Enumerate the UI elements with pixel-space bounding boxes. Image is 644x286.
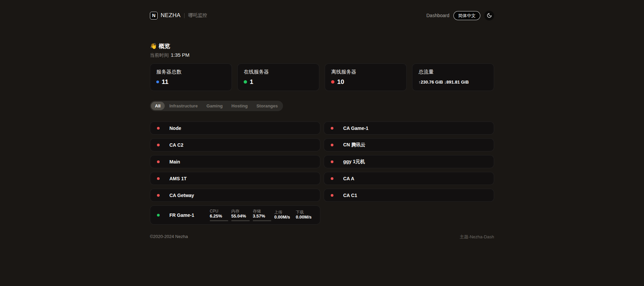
- status-dot: [157, 127, 160, 130]
- stat-card-label: 服务器总数: [156, 69, 226, 75]
- server-row-ca-c1[interactable]: CA C1: [324, 189, 494, 202]
- status-dot: [157, 177, 160, 180]
- nezha-logo-icon: N: [150, 12, 158, 19]
- theme-toggle-button[interactable]: [484, 11, 494, 20]
- server-row-ca-a[interactable]: CA A: [324, 172, 494, 185]
- storage-value: 3.57%: [253, 213, 271, 219]
- server-name: Node: [169, 126, 210, 131]
- header: N NEZHA 哪吒监控 Dashboard 简体中文: [150, 0, 494, 22]
- status-dot: [157, 160, 160, 163]
- moon-icon: [487, 13, 492, 18]
- stat-card-offline-servers[interactable]: 离线服务器 10: [325, 63, 407, 91]
- group-tabs: All Infrastructure Gaming Hosting Storan…: [150, 101, 283, 111]
- download-label: 下载: [296, 210, 314, 214]
- server-name: CA A: [343, 176, 384, 181]
- status-dot: [244, 80, 247, 84]
- server-name: ggy 1元机: [343, 159, 384, 165]
- server-name: CA C2: [169, 142, 210, 148]
- server-name: CA C1: [343, 193, 384, 198]
- time-label: 当前时间: [150, 52, 169, 58]
- tab-hosting[interactable]: Hosting: [228, 102, 252, 110]
- server-row-node[interactable]: Node: [150, 122, 320, 135]
- server-name: CA Getway: [169, 193, 210, 198]
- server-row-ca-game-1[interactable]: CA Game-1: [324, 122, 494, 135]
- brand-subtitle: 哪吒监控: [188, 12, 207, 18]
- server-stats: CPU 6.25% 内存 55.04% 存储 3.57% 上传 0.00M/s: [210, 209, 314, 221]
- download-value: 0.00M/s: [296, 214, 314, 220]
- brand[interactable]: N NEZHA 哪吒监控: [150, 12, 207, 19]
- time-value: 1:35 PM: [171, 52, 190, 58]
- stat-card-label: 总流量: [418, 69, 488, 75]
- theme-credit-text: 主题-Nezha-Dash: [459, 234, 494, 240]
- cpu-value: 6.25%: [210, 213, 228, 219]
- dashboard-link[interactable]: Dashboard: [427, 13, 450, 18]
- cpu-label: CPU: [210, 209, 228, 213]
- header-actions: Dashboard 简体中文: [427, 11, 494, 20]
- stat-card-label: 在线服务器: [244, 69, 313, 75]
- server-row-ggy[interactable]: ggy 1元机: [324, 155, 494, 168]
- cpu-stat: CPU 6.25%: [210, 209, 228, 221]
- storage-stat: 存储 3.57%: [253, 209, 271, 221]
- copyright-text: ©2020-2024 Nezha: [150, 234, 188, 240]
- status-dot: [331, 194, 333, 197]
- memory-label: 内存: [231, 209, 250, 213]
- stat-card-value: 1: [250, 78, 253, 86]
- status-dot: [157, 144, 160, 146]
- upload-stat: 上传 0.00M/s: [274, 210, 293, 220]
- stat-card-total-servers[interactable]: 服务器总数 11: [150, 63, 232, 91]
- overview-section: 👋 概览 当前时间1:35 PM: [150, 42, 494, 58]
- server-name: Main: [169, 159, 210, 164]
- tab-storanges[interactable]: Storanges: [252, 102, 282, 110]
- storage-label: 存储: [253, 209, 271, 213]
- server-row-fr-game-1[interactable]: FR Game-1 CPU 6.25% 内存 55.04% 存储 3.57%: [150, 205, 320, 225]
- status-dot: [331, 160, 333, 163]
- status-dot: [331, 127, 333, 130]
- footer: ©2020-2024 Nezha 主题-Nezha-Dash: [150, 234, 494, 240]
- status-dot: [157, 194, 160, 197]
- brand-name: NEZHA: [161, 12, 180, 19]
- server-list: Node CA Game-1 CA C2 CN 腾讯云 Main ggy 1元机…: [150, 122, 494, 225]
- stat-card-total-traffic[interactable]: 总流量 ↑230.76 GiB ↓891.81 GiB: [412, 63, 494, 91]
- status-dot: [331, 80, 334, 84]
- server-row-cn-tencent[interactable]: CN 腾讯云: [324, 138, 494, 151]
- page-title: 👋 概览: [150, 42, 494, 50]
- server-name: CA Game-1: [343, 126, 384, 131]
- memory-value: 55.04%: [231, 213, 250, 219]
- stat-card-value: 11: [162, 78, 168, 86]
- download-stat: 下载 0.00M/s: [296, 210, 314, 220]
- status-dot: [331, 177, 333, 180]
- server-name: FR Game-1: [169, 212, 210, 218]
- memory-progress-bar: [231, 220, 250, 221]
- stat-cards: 服务器总数 11 在线服务器 1 离线服务器 10 总流量 ↑230.76 Gi…: [150, 63, 494, 91]
- cpu-progress-bar: [210, 220, 228, 221]
- current-time: 当前时间1:35 PM: [150, 52, 494, 58]
- server-name: CN 腾讯云: [343, 142, 384, 148]
- traffic-value: ↑230.76 GiB ↓891.81 GiB: [418, 80, 488, 85]
- tab-infrastructure[interactable]: Infrastructure: [165, 102, 202, 110]
- brand-divider: [184, 13, 185, 18]
- stat-card-online-servers[interactable]: 在线服务器 1: [237, 63, 319, 91]
- server-row-ca-c2[interactable]: CA C2: [150, 138, 320, 151]
- page-container: N NEZHA 哪吒监控 Dashboard 简体中文 👋 概览 当前时间1:3…: [150, 0, 494, 240]
- memory-stat: 内存 55.04%: [231, 209, 250, 221]
- stat-card-value: 10: [337, 78, 344, 86]
- server-row-main[interactable]: Main: [150, 155, 320, 168]
- stat-card-label: 离线服务器: [331, 69, 400, 75]
- server-row-ams-1t[interactable]: AMS 1T: [150, 172, 320, 185]
- language-button[interactable]: 简体中文: [453, 11, 480, 20]
- upload-label: 上传: [274, 210, 293, 214]
- upload-value: 0.00M/s: [274, 214, 293, 220]
- server-row-ca-getway[interactable]: CA Getway: [150, 189, 320, 202]
- status-dot: [157, 214, 160, 217]
- status-dot: [331, 144, 333, 146]
- tab-gaming[interactable]: Gaming: [202, 102, 227, 110]
- tab-all[interactable]: All: [151, 102, 165, 110]
- storage-progress-bar: [253, 220, 271, 221]
- status-dot: [156, 81, 159, 83]
- server-name: AMS 1T: [169, 176, 210, 181]
